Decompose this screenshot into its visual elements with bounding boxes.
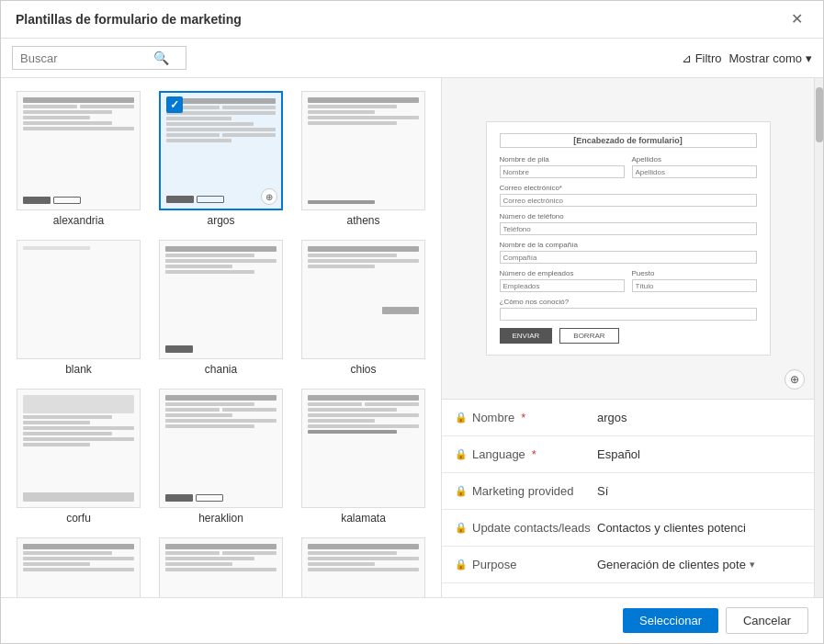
pf-label-phone: Número de teléfono xyxy=(500,212,757,220)
chevron-down-icon: ▾ xyxy=(806,51,812,65)
filter-button[interactable]: ⊿ Filtro xyxy=(682,51,722,65)
required-star-name: * xyxy=(521,411,525,424)
template-label-chios: chios xyxy=(350,363,376,376)
lock-icon-purpose: 🔒 xyxy=(455,559,468,571)
template-label-blank: blank xyxy=(65,363,92,376)
pf-input-company[interactable] xyxy=(500,251,757,264)
lock-icon-update-contacts: 🔒 xyxy=(455,522,468,534)
template-item-heraklion[interactable]: heraklion xyxy=(152,385,289,528)
info-row-name: 🔒 Nombre * argos xyxy=(442,400,814,436)
template-label-corfu: corfu xyxy=(66,512,91,525)
template-label-argos: argos xyxy=(207,214,234,227)
template-thumb-chania xyxy=(159,240,283,359)
pf-input-phone[interactable] xyxy=(500,222,757,235)
template-grid: alexandria xyxy=(10,87,432,597)
template-item-alexandria[interactable]: alexandria xyxy=(10,87,147,231)
info-row-marketing: 🔒 Marketing provided Sí xyxy=(442,473,814,510)
template-item-row4-col2[interactable] xyxy=(152,534,289,597)
info-label-name: 🔒 Nombre * xyxy=(455,411,597,424)
search-icon[interactable]: 🔍 xyxy=(153,51,169,65)
lock-icon-marketing: 🔒 xyxy=(455,485,468,497)
pf-input-how[interactable] xyxy=(500,308,757,321)
template-info: 🔒 Nombre * argos 🔒 Language * Español xyxy=(442,400,814,583)
pf-input-last-name[interactable] xyxy=(632,165,757,178)
main-dialog: Plantillas de formulario de marketing ✕ … xyxy=(0,0,824,644)
template-item-row4-col1[interactable] xyxy=(10,534,147,597)
purpose-scroll-indicator: ▾ xyxy=(750,559,755,571)
dialog-body: alexandria xyxy=(1,78,823,597)
template-thumb-argos: ⊕ xyxy=(159,91,283,210)
template-item-blank[interactable]: blank xyxy=(10,236,147,379)
dialog-header: Plantillas de formulario de marketing ✕ xyxy=(1,1,823,39)
info-value-name: argos xyxy=(597,411,627,424)
template-thumb-row4-col1 xyxy=(17,537,141,597)
select-button[interactable]: Seleccionar xyxy=(623,608,718,633)
template-item-chania[interactable]: chania xyxy=(152,236,289,379)
info-value-marketing: Sí xyxy=(597,484,608,498)
template-thumb-corfu xyxy=(17,389,141,508)
info-row-language: 🔒 Language * Español xyxy=(442,436,814,473)
template-thumb-alexandria xyxy=(17,91,141,210)
pf-label-last-name: Apellidos xyxy=(632,155,757,164)
close-button[interactable]: ✕ xyxy=(785,10,808,28)
info-label-marketing: 🔒 Marketing provided xyxy=(455,484,597,498)
info-row-update-contacts: 🔒 Update contacts/leads Contactos y clie… xyxy=(442,510,814,547)
right-scrollbar[interactable] xyxy=(814,78,823,597)
template-label-chania: chania xyxy=(205,363,237,376)
lock-icon-name: 🔒 xyxy=(455,412,468,424)
pf-input-email[interactable] xyxy=(500,194,757,207)
preview-zoom-icon[interactable]: ⊕ xyxy=(784,369,805,390)
filter-icon: ⊿ xyxy=(682,51,692,65)
view-button[interactable]: Mostrar como ▾ xyxy=(729,51,812,65)
pf-label-how: ¿Cómo nos conoció? xyxy=(500,298,757,306)
preview-panel: [Encabezado de formulario] Nombre de pil… xyxy=(442,78,814,597)
template-thumb-heraklion xyxy=(159,389,283,508)
dialog-footer: Seleccionar Cancelar xyxy=(1,597,823,643)
template-label-athens: athens xyxy=(346,214,379,227)
template-thumb-kalamata xyxy=(301,389,425,508)
pf-cancel-button[interactable]: BORRAR xyxy=(559,328,618,344)
template-label-kalamata: kalamata xyxy=(341,512,386,525)
zoom-icon-argos[interactable]: ⊕ xyxy=(261,188,277,205)
pf-label-company: Nombre de la compañía xyxy=(500,241,757,249)
info-label-name-text: Nombre xyxy=(472,411,514,424)
template-item-athens[interactable]: athens xyxy=(295,87,432,231)
template-thumb-row4-col2 xyxy=(159,537,283,597)
pf-label-first-name: Nombre de pila xyxy=(500,155,625,164)
info-label-update-contacts: 🔒 Update contacts/leads xyxy=(455,521,597,535)
info-label-purpose-text: Purpose xyxy=(472,558,516,571)
template-item-row4-col3[interactable] xyxy=(295,534,432,597)
cancel-button[interactable]: Cancelar xyxy=(726,607,808,634)
pf-label-employees: Número de empleados xyxy=(500,269,625,277)
toolbar: 🔍 ⊿ Filtro Mostrar como ▾ xyxy=(1,39,823,78)
pf-input-position[interactable] xyxy=(632,279,757,292)
preview-form-mock: [Encabezado de formulario] Nombre de pil… xyxy=(486,121,771,356)
pf-label-email: Correo electrónico* xyxy=(500,184,757,192)
preview-image-area: [Encabezado de formulario] Nombre de pil… xyxy=(442,78,814,400)
pf-form-header: [Encabezado de formulario] xyxy=(500,133,757,148)
scrollbar-thumb[interactable] xyxy=(816,87,823,142)
pf-input-first-name[interactable] xyxy=(500,165,625,178)
pf-label-position: Puesto xyxy=(632,269,757,277)
info-label-language: 🔒 Language * xyxy=(455,447,597,461)
template-label-alexandria: alexandria xyxy=(53,214,104,227)
info-row-purpose: 🔒 Purpose Generación de clientes pote ▾ xyxy=(442,547,814,583)
pf-input-employees[interactable] xyxy=(500,279,625,292)
template-item-kalamata[interactable]: kalamata xyxy=(295,385,432,528)
view-label: Mostrar como xyxy=(729,51,802,65)
info-value-purpose: Generación de clientes pote xyxy=(597,558,746,571)
template-item-chios[interactable]: chios xyxy=(295,236,432,379)
template-thumb-row4-col3 xyxy=(301,537,425,597)
pf-submit-button[interactable]: ENVIAR xyxy=(500,328,553,344)
search-input[interactable] xyxy=(20,51,153,65)
info-label-language-text: Language xyxy=(472,447,525,461)
search-box[interactable]: 🔍 xyxy=(12,46,186,70)
lock-icon-language: 🔒 xyxy=(455,448,468,460)
template-label-heraklion: heraklion xyxy=(198,512,243,525)
filter-label: Filtro xyxy=(695,51,722,65)
template-item-argos[interactable]: ⊕ argos xyxy=(152,87,289,231)
required-star-language: * xyxy=(532,447,536,461)
info-value-update-contacts: Contactos y clientes potenci xyxy=(597,521,746,535)
template-item-corfu[interactable]: corfu xyxy=(10,385,147,528)
template-grid-panel: alexandria xyxy=(1,78,442,597)
